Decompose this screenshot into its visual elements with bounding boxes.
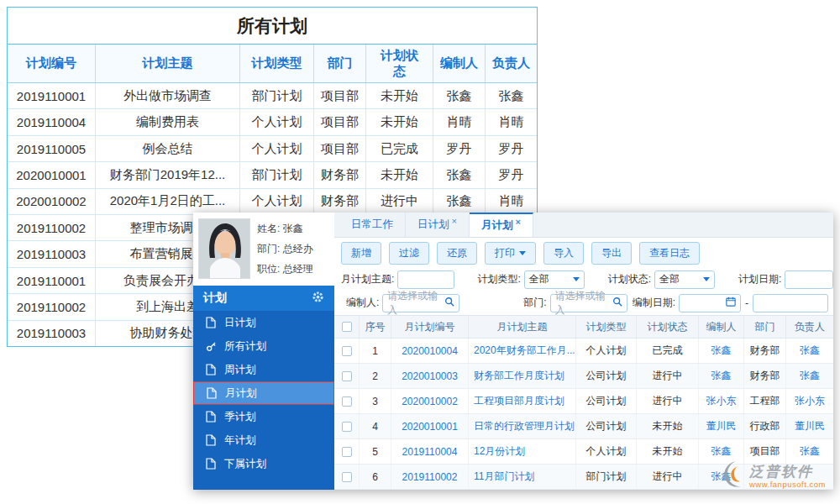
checkbox[interactable]: [342, 447, 352, 457]
close-icon[interactable]: ×: [452, 216, 457, 226]
compiler-filter-input[interactable]: 请选择或输入: [382, 294, 459, 312]
filter-row-1: 月计划主题: 计划类型: 全部 计划状态: 全部 计划日期:: [334, 268, 833, 291]
column-header: 部门: [314, 45, 366, 82]
profile-dept: 部门: 总经办: [257, 242, 313, 256]
sidebar-item-label: 月计划: [225, 386, 257, 401]
watermark-url: www.fanpusoft.com: [749, 480, 826, 489]
filter-button[interactable]: 过滤: [389, 242, 429, 265]
sidebar-item-label: 下属计划: [224, 457, 266, 471]
cell-compiler: 张鑫: [433, 189, 486, 214]
dept-filter-input[interactable]: 请选择或输入: [550, 294, 627, 312]
sidebar-item-day-plan[interactable]: 日计划: [193, 311, 334, 334]
subject-filter-input[interactable]: [397, 270, 454, 289]
cell-plan-code-link[interactable]: 2020010002: [391, 389, 469, 413]
cell-compiler-link[interactable]: 张小东: [699, 389, 744, 413]
checkbox[interactable]: [342, 346, 352, 356]
checkbox[interactable]: [342, 422, 352, 432]
cell-dept: 项目部: [314, 136, 366, 161]
table-row[interactable]: 4 2020010001 日常的行政管理月计划 公司计划 未开始 董川民 行政部…: [334, 414, 833, 439]
tab-month-plan[interactable]: 月计划 ×: [470, 213, 533, 237]
cell-owner: 张鑫: [486, 83, 537, 108]
status-filter-select[interactable]: 全部: [654, 270, 715, 289]
cell-plan-type: 个人计划: [240, 136, 314, 161]
file-icon: [206, 458, 217, 470]
sidebar-item-subordinate-plan[interactable]: 下属计划: [193, 452, 334, 475]
compile-date-start-input[interactable]: [679, 294, 741, 312]
cell-plan-code-link[interactable]: 2019110004: [391, 439, 469, 464]
gear-icon[interactable]: [312, 291, 324, 306]
cell-compiler-link[interactable]: 张鑫: [699, 364, 744, 388]
table-row[interactable]: 2019110001 外出做市场调查 部门计划 项目部 未开始 张鑫 张鑫: [8, 83, 537, 109]
tab-daily-work[interactable]: 日常工作: [339, 213, 406, 237]
tab-day-plan[interactable]: 日计划 ×: [406, 213, 470, 237]
sidebar-item-year-plan[interactable]: 年计划: [193, 428, 334, 452]
cell-plan-code-link[interactable]: 2020010001: [391, 414, 469, 438]
search-icon[interactable]: [612, 297, 622, 309]
column-header: 负责人: [786, 316, 833, 338]
table-row[interactable]: 2 2020010003 财务部工作月度计划 公司计划 进行中 张鑫 财务部 张…: [334, 364, 833, 389]
cell-plan-code: 2019110005: [8, 136, 96, 161]
import-button[interactable]: 导入: [543, 242, 584, 265]
cell-plan-code-link[interactable]: 2020010003: [391, 364, 469, 388]
calendar-icon[interactable]: [726, 297, 736, 309]
filter-row-2: 编制人: 请选择或输入 部门: 请选择或输入 编制日期:: [334, 291, 833, 315]
cell-subject-link[interactable]: 财务部工作月度计划: [469, 364, 576, 388]
cell-type: 个人计划: [576, 439, 637, 464]
sidebar-item-label: 季计划: [224, 410, 256, 424]
checkbox[interactable]: [342, 371, 352, 381]
view-log-button[interactable]: 查看日志: [639, 242, 700, 265]
cell-subject-link[interactable]: 11月部门计划: [469, 465, 576, 489]
sidebar-item-week-plan[interactable]: 周计划: [193, 358, 334, 381]
cell-no: 1: [360, 339, 391, 363]
table-row[interactable]: 2019110004 编制费用表 个人计划 项目部 未开始 肖晴 肖晴: [8, 109, 537, 135]
table-row[interactable]: 2019110005 例会总结 个人计划 项目部 已完成 罗丹 罗丹: [8, 136, 537, 162]
table-row[interactable]: 3 2020010002 工程项目部月度计划 公司计划 进行中 张小东 工程部 …: [334, 389, 833, 414]
search-icon[interactable]: [444, 297, 454, 309]
cell-owner-link[interactable]: 董川民: [786, 414, 833, 438]
cell-subject-link[interactable]: 日常的行政管理月计划: [469, 414, 576, 438]
cell-status: 未开始: [366, 83, 433, 108]
table-row[interactable]: 2020010002 2020年1月2日的工... 个人计划 财务部 进行中 张…: [8, 189, 537, 215]
checkbox-cell: [334, 389, 360, 413]
column-header: 月计划编号: [391, 316, 469, 338]
cell-compiler-link[interactable]: 董川民: [699, 414, 744, 438]
profile-name: 姓名: 张鑫: [257, 222, 313, 236]
cell-subject-link[interactable]: 2020年财务部工作月...: [469, 339, 576, 363]
sidebar-item-quarter-plan[interactable]: 季计划: [193, 405, 334, 428]
export-button[interactable]: 导出: [591, 242, 632, 265]
checkbox[interactable]: [342, 472, 352, 482]
cell-owner-link[interactable]: 张鑫: [786, 339, 833, 363]
cell-plan-code-link[interactable]: 2020010004: [391, 339, 469, 363]
cell-subject-link[interactable]: 工程项目部月度计划: [469, 389, 576, 413]
cell-dept: 财务部: [744, 364, 786, 388]
sidebar-item-label: 所有计划: [224, 339, 266, 354]
file-icon: [206, 364, 217, 375]
cell-status: 进行中: [637, 364, 699, 388]
cell-owner-link[interactable]: 张鑫: [786, 364, 833, 388]
add-button[interactable]: 新增: [341, 242, 381, 265]
print-button[interactable]: 打印: [485, 242, 536, 265]
cell-plan-code-link[interactable]: 2019110002: [391, 465, 469, 489]
cell-plan-code: 2020010002: [8, 189, 96, 214]
sidebar-item-all-plans[interactable]: 所有计划: [193, 334, 334, 358]
type-filter-select[interactable]: 全部: [524, 270, 585, 289]
close-icon[interactable]: ×: [515, 217, 520, 227]
cell-compiler-link[interactable]: 张鑫: [699, 339, 744, 363]
table-row[interactable]: 2020010001 财务部门2019年12... 部门计划 财务部 未开始 张…: [8, 162, 537, 188]
checkbox[interactable]: [342, 322, 352, 332]
table-row[interactable]: 1 2020010004 2020年财务部工作月... 个人计划 已完成 张鑫 …: [334, 339, 833, 364]
cell-subject-link[interactable]: 12月份计划: [469, 439, 576, 464]
compile-date-end-input[interactable]: [753, 294, 828, 312]
cell-status: 进行中: [637, 389, 699, 413]
restore-button[interactable]: 还原: [437, 242, 477, 265]
cell-owner-link[interactable]: 张小东: [786, 389, 833, 413]
chevron-down-icon: [573, 277, 580, 281]
plan-date-input[interactable]: [785, 270, 833, 289]
column-header: 计划状态: [366, 45, 433, 82]
compiler-placeholder: 请选择或输入: [387, 289, 444, 318]
avatar: [198, 218, 250, 279]
checkbox[interactable]: [342, 396, 352, 407]
file-icon: [207, 387, 218, 399]
sidebar-item-month-plan[interactable]: 月计划: [193, 381, 334, 405]
plan-date-filter-label: 计划日期:: [738, 272, 781, 286]
